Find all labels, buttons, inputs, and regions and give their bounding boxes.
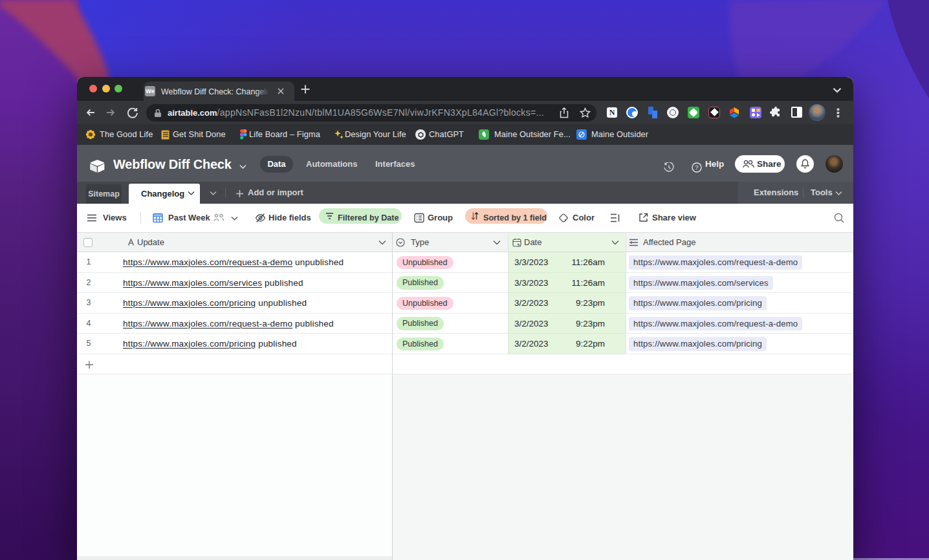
- svg-text:?: ?: [695, 164, 698, 171]
